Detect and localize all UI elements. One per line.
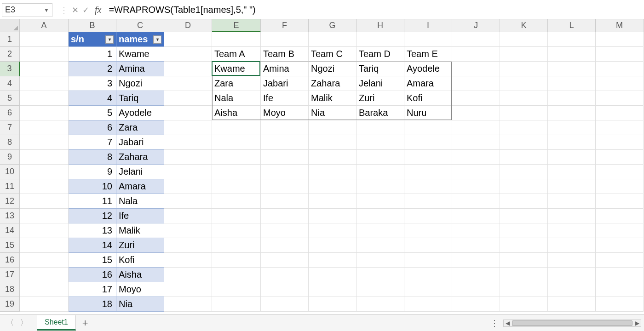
cell-C6[interactable]: Ayodele [116,106,164,120]
column-header-D[interactable]: D [164,19,212,32]
cell-I1[interactable] [404,32,452,47]
cell-C13[interactable]: Ife [116,209,164,223]
cell-A7[interactable] [20,120,69,135]
row-header-6[interactable]: 6 [0,106,20,120]
cell-B8[interactable]: 7 [69,135,116,150]
column-header-K[interactable]: K [500,19,548,32]
cell-L16[interactable] [548,253,596,268]
cell-F6[interactable]: Moyo [261,106,309,120]
cell-F16[interactable] [261,253,309,268]
cell-J12[interactable] [452,194,500,209]
cell-A10[interactable] [20,165,69,179]
cell-H11[interactable] [356,179,404,194]
cell-I8[interactable] [404,135,452,150]
cell-H6[interactable]: Baraka [356,106,404,120]
cell-K11[interactable] [500,179,548,194]
cell-L10[interactable] [548,165,596,179]
cell-J7[interactable] [452,120,500,135]
cell-F9[interactable] [261,150,309,165]
cell-J2[interactable] [452,47,500,62]
cell-B17[interactable]: 16 [69,268,116,282]
cell-F4[interactable]: Jabari [261,76,309,91]
cell-B13[interactable]: 12 [69,209,116,223]
cell-A9[interactable] [20,150,69,165]
row-header-18[interactable]: 18 [0,282,20,297]
cell-L11[interactable] [548,179,596,194]
cell-E3[interactable]: Kwame [212,62,261,76]
cell-J4[interactable] [452,76,500,91]
cell-D5[interactable] [164,91,212,106]
column-header-M[interactable]: M [596,19,644,32]
cell-M13[interactable] [596,209,644,223]
cell-D18[interactable] [164,282,212,297]
cell-F5[interactable]: Ife [261,91,309,106]
cell-E4[interactable]: Zara [212,76,261,91]
select-all-button[interactable] [0,19,20,32]
cell-J17[interactable] [452,268,500,282]
cell-M12[interactable] [596,194,644,209]
cell-E14[interactable] [212,223,261,238]
cell-F8[interactable] [261,135,309,150]
cell-C1[interactable]: names▾ [116,32,164,47]
cell-J3[interactable] [452,62,500,76]
row-header-12[interactable]: 12 [0,194,20,209]
cell-M11[interactable] [596,179,644,194]
cell-M6[interactable] [596,106,644,120]
cell-K14[interactable] [500,223,548,238]
cell-B6[interactable]: 5 [69,106,116,120]
row-header-16[interactable]: 16 [0,253,20,268]
cell-J8[interactable] [452,135,500,150]
cell-M16[interactable] [596,253,644,268]
cell-C15[interactable]: Zuri [116,238,164,253]
cell-B7[interactable]: 6 [69,120,116,135]
cell-L14[interactable] [548,223,596,238]
cell-C11[interactable]: Amara [116,179,164,194]
cell-D9[interactable] [164,150,212,165]
cell-D6[interactable] [164,106,212,120]
cell-D2[interactable] [164,47,212,62]
cell-K12[interactable] [500,194,548,209]
cell-C14[interactable]: Malik [116,223,164,238]
cell-J9[interactable] [452,150,500,165]
column-header-I[interactable]: I [404,19,452,32]
cell-F18[interactable] [261,282,309,297]
cell-H14[interactable] [356,223,404,238]
cell-M10[interactable] [596,165,644,179]
formula-input[interactable] [106,3,642,17]
cell-G9[interactable] [309,150,356,165]
cell-L5[interactable] [548,91,596,106]
cell-L19[interactable] [548,297,596,312]
row-header-5[interactable]: 5 [0,91,20,106]
row-header-13[interactable]: 13 [0,209,20,223]
cell-E9[interactable] [212,150,261,165]
cell-E17[interactable] [212,268,261,282]
cell-A12[interactable] [20,194,69,209]
cell-L6[interactable] [548,106,596,120]
cell-A6[interactable] [20,106,69,120]
cell-M1[interactable] [596,32,644,47]
cell-K10[interactable] [500,165,548,179]
cell-A17[interactable] [20,268,69,282]
cell-J14[interactable] [452,223,500,238]
row-header-11[interactable]: 11 [0,179,20,194]
cell-J10[interactable] [452,165,500,179]
cell-E18[interactable] [212,282,261,297]
cell-C5[interactable]: Tariq [116,91,164,106]
cell-C19[interactable]: Nia [116,297,164,312]
cell-M8[interactable] [596,135,644,150]
cell-G5[interactable]: Malik [309,91,356,106]
cell-A2[interactable] [20,47,69,62]
cell-B19[interactable]: 18 [69,297,116,312]
cell-K1[interactable] [500,32,548,47]
cell-K13[interactable] [500,209,548,223]
cell-I13[interactable] [404,209,452,223]
cell-L2[interactable] [548,47,596,62]
cell-D1[interactable] [164,32,212,47]
cell-E7[interactable] [212,120,261,135]
cell-G11[interactable] [309,179,356,194]
cell-C3[interactable]: Amina [116,62,164,76]
cell-H2[interactable]: Team D [356,47,404,62]
cell-B2[interactable]: 1 [69,47,116,62]
cell-K16[interactable] [500,253,548,268]
cancel-icon[interactable]: ✕ [72,5,79,15]
